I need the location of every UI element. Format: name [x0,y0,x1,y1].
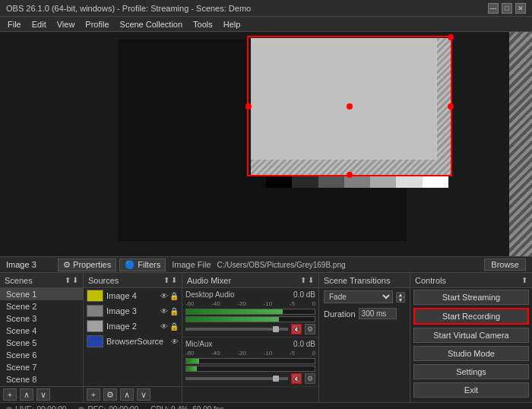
rec-status: REC: 00:00:00 [78,405,138,409]
source-list: Image 4 👁 🔒 Image 3 👁 🔒 Image 2 👁 [84,288,182,386]
sources-panel: Sources ⬆ ⬇ Image 4 👁 🔒 Image 3 👁 � [84,273,182,402]
scene-list: Scene 1 Scene 2 Scene 3 Scene 4 Scene 5 … [0,288,83,386]
mic-volume-slider[interactable] [185,377,288,380]
lock-icon[interactable]: 🔒 [169,307,179,315]
start-virtual-camera-button[interactable]: Start Virtual Camera [413,328,529,343]
desktop-audio-track: Desktop Audio 0.0 dB -60-40-20-10-50 🔇 ⚙ [182,288,318,338]
scene-item[interactable]: Scene 5 [0,337,83,349]
mic-aux-fader [185,358,315,364]
lock-icon[interactable]: 🔒 [169,292,179,300]
rec-time: 00:00:00 [109,405,138,409]
scenes-footer: + ∧ ∨ [0,386,83,402]
title-controls: — □ ✕ [488,3,526,14]
transitions-title: Scene Transitions [324,276,390,285]
image-file-label: Image File [172,260,211,269]
settings-button[interactable]: Settings [413,364,529,379]
source-item[interactable]: Image 4 👁 🔒 [84,288,182,303]
db-scale-mic: -60-40-20-10-50 [185,350,315,357]
scene-item[interactable]: Scene 6 [0,349,83,361]
desktop-settings-button[interactable]: ⚙ [305,324,315,334]
handle-middle-left[interactable] [245,103,252,109]
live-label: LIVE: [15,405,33,409]
duration-input[interactable] [359,308,397,319]
mic-aux-fader2 [185,366,315,372]
scenes-add-button[interactable]: + [3,388,17,401]
scene-item[interactable]: Scene 3 [0,312,83,325]
image-bar-label: Image 3 [6,260,52,269]
mic-aux-db: 0.0 dB [293,340,315,348]
audio-up-arrow: ⬆ [300,276,306,284]
close-button[interactable]: ✕ [515,3,526,14]
desktop-slider-thumb[interactable] [273,326,279,332]
desktop-mute-button[interactable]: 🔇 [291,324,302,334]
sources-down-button[interactable]: ∨ [137,388,150,401]
start-recording-button[interactable]: Start Recording [413,308,529,325]
scene-item[interactable]: Scene 1 [0,288,83,300]
cpu-status: CPU: 0.4%, 60.00 fps [150,405,223,409]
lock-icon[interactable]: 🔒 [169,322,179,331]
sources-add-button[interactable]: + [87,388,100,401]
handle-middle-right[interactable] [448,103,454,109]
source-icons: 👁 🔒 [160,307,179,315]
scenes-down-button[interactable]: ∨ [36,388,50,401]
mic-slider-thumb[interactable] [273,376,279,382]
selection-box[interactable] [247,36,452,176]
source-name: Image 3 [106,306,137,315]
scenes-up-button[interactable]: ∧ [20,388,33,401]
sources-header: Sources ⬆ ⬇ [84,273,182,288]
controls-header: Controls ⬆ [410,273,532,288]
transition-type-select[interactable]: Fade [324,290,393,303]
sources-title: Sources [88,276,119,285]
source-item[interactable]: Image 3 👁 🔒 [84,303,182,319]
controls-title: Controls [415,276,446,285]
eye-icon[interactable]: 👁 [160,322,168,331]
scenes-header: Scenes ⬆ ⬇ [0,273,83,288]
audio-down-arrow: ⬇ [308,276,314,284]
menu-profile[interactable]: Profile [81,18,113,30]
exit-button[interactable]: Exit [413,382,529,398]
desktop-audio-level2 [186,317,279,322]
handle-bottom-middle[interactable] [347,172,353,178]
eye-icon[interactable]: 👁 [160,292,168,300]
source-item[interactable]: Image 2 👁 🔒 [84,319,182,334]
source-name: Image 2 [106,322,137,331]
eye-icon[interactable]: 👁 [160,307,168,315]
mic-aux-controls: 🔇 ⚙ [185,373,315,384]
handle-top-right[interactable] [448,34,454,40]
spin-up-button[interactable]: ▲ [396,292,405,297]
duration-row: Duration [319,306,410,322]
source-item[interactable]: BrowserSource 👁 [84,334,182,349]
minimize-button[interactable]: — [488,3,499,14]
start-streaming-button[interactable]: Start Streaming [413,290,529,305]
mic-aux-level2 [186,366,197,371]
eye-icon[interactable]: 👁 [171,338,179,346]
mic-settings-button[interactable]: ⚙ [305,373,315,384]
desktop-volume-slider[interactable] [185,328,288,331]
properties-button[interactable]: ⚙ Properties [58,258,116,271]
scene-item[interactable]: Scene 7 [0,361,83,373]
source-icons: 👁 [171,338,179,346]
sources-settings-button[interactable]: ⚙ [103,388,117,401]
menu-scene-collection[interactable]: Scene Collection [116,18,188,30]
menu-help[interactable]: Help [219,18,245,30]
studio-mode-button[interactable]: Studio Mode [413,346,529,361]
browse-button[interactable]: Browse [484,258,526,271]
sources-up-button[interactable]: ∧ [120,388,134,401]
menu-bar: File Edit View Profile Scene Collection … [0,17,532,32]
filters-button[interactable]: 🔵 Filters [119,258,166,271]
menu-tools[interactable]: Tools [188,18,217,30]
scene-item[interactable]: Scene 2 [0,300,83,312]
menu-file[interactable]: File [3,18,26,30]
handle-center[interactable] [347,103,353,109]
scene-item[interactable]: Scene 8 [0,373,83,385]
spin-down-button[interactable]: ▼ [396,297,405,303]
menu-edit[interactable]: Edit [27,18,51,30]
sources-down-arrow: ⬇ [171,276,177,284]
desktop-audio-fader2 [185,316,315,322]
maximize-button[interactable]: □ [502,3,512,14]
menu-view[interactable]: View [52,18,80,30]
scene-item[interactable]: Scene 4 [0,325,83,337]
mic-mute-button[interactable]: 🔇 [291,373,302,384]
title-text: OBS 26.1.0 (64-bit, windows) - Profile: … [6,4,251,13]
audio-mixer-panel: Audio Mixer ⬆ ⬇ Desktop Audio 0.0 dB -60… [182,273,319,402]
